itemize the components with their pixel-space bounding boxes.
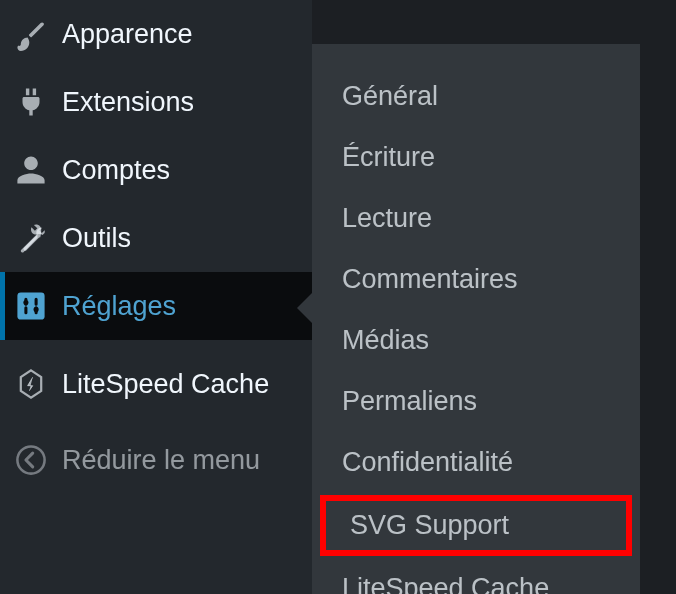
svg-point-2 (34, 307, 39, 312)
submenu-label: Écriture (342, 142, 435, 172)
submenu-label: Commentaires (342, 264, 518, 294)
collapse-menu-button[interactable]: Réduire le menu (0, 426, 312, 494)
submenu-item-discussion[interactable]: Commentaires (312, 249, 640, 310)
svg-point-1 (23, 300, 28, 305)
sidebar-label: Comptes (62, 155, 170, 186)
sidebar-label: Apparence (62, 19, 193, 50)
submenu-label: Permaliens (342, 386, 477, 416)
submenu-item-permalinks[interactable]: Permaliens (312, 371, 640, 432)
submenu-item-reading[interactable]: Lecture (312, 188, 640, 249)
settings-submenu: Général Écriture Lecture Commentaires Mé… (312, 44, 640, 594)
submenu-item-writing[interactable]: Écriture (312, 127, 640, 188)
submenu-item-privacy[interactable]: Confidentialité (312, 432, 640, 493)
submenu-label: Confidentialité (342, 447, 513, 477)
sidebar-item-appearance[interactable]: Apparence (0, 0, 312, 68)
svg-rect-0 (17, 292, 44, 319)
sidebar-label: LiteSpeed Cache (62, 369, 269, 400)
collapse-label: Réduire le menu (62, 445, 260, 476)
submenu-item-svg-support[interactable]: SVG Support (320, 495, 632, 556)
collapse-icon (14, 443, 48, 477)
sidebar-label: Outils (62, 223, 131, 254)
submenu-label: LiteSpeed Cache (342, 573, 549, 594)
sidebar-item-settings[interactable]: Réglages (0, 272, 312, 340)
sidebar-label: Réglages (62, 291, 176, 322)
submenu-label: SVG Support (350, 510, 509, 540)
sliders-icon (14, 289, 48, 323)
sidebar-item-tools[interactable]: Outils (0, 204, 312, 272)
submenu-item-general[interactable]: Général (312, 66, 640, 127)
sidebar-item-plugins[interactable]: Extensions (0, 68, 312, 136)
plug-icon (14, 85, 48, 119)
submenu-label: Lecture (342, 203, 432, 233)
user-icon (14, 153, 48, 187)
submenu-item-litespeed-cache[interactable]: LiteSpeed Cache (312, 558, 640, 594)
sidebar-item-users[interactable]: Comptes (0, 136, 312, 204)
wrench-icon (14, 221, 48, 255)
paintbrush-icon (14, 17, 48, 51)
svg-point-3 (17, 446, 44, 473)
admin-sidebar: Apparence Extensions Comptes Outils Régl… (0, 0, 312, 594)
sidebar-item-litespeed[interactable]: LiteSpeed Cache (0, 350, 312, 418)
litespeed-icon (14, 367, 48, 401)
sidebar-label: Extensions (62, 87, 194, 118)
submenu-label: Général (342, 81, 438, 111)
submenu-label: Médias (342, 325, 429, 355)
separator (0, 340, 312, 350)
submenu-item-media[interactable]: Médias (312, 310, 640, 371)
